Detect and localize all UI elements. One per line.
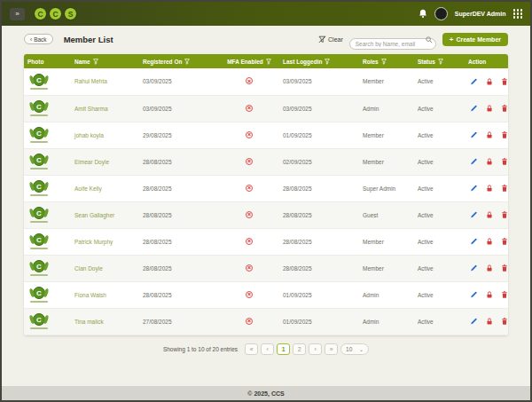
page-title: Member List: [64, 35, 113, 44]
avatar-caption: [30, 221, 48, 223]
member-name-link[interactable]: Eimear Doyle: [74, 159, 109, 165]
column-header[interactable]: Action: [465, 54, 508, 68]
member-name-link[interactable]: Fiona Walsh: [74, 292, 106, 298]
lock-icon[interactable]: [486, 184, 493, 193]
member-row: C Aoife Kelly 28/08/2025: [24, 175, 508, 201]
last-page-button[interactable]: »: [325, 343, 338, 355]
delete-icon[interactable]: [501, 264, 508, 272]
logo-letter-circle: C: [34, 7, 47, 20]
filter-icon[interactable]: [266, 59, 271, 65]
photo-cell: C: [24, 95, 71, 122]
back-button[interactable]: ‹ Back: [24, 34, 53, 44]
edit-icon[interactable]: [470, 77, 478, 86]
page-button[interactable]: 2: [293, 343, 306, 355]
page-size-select[interactable]: 10 ⌄: [340, 343, 369, 355]
lock-icon[interactable]: [486, 210, 493, 219]
member-name-link[interactable]: Aoife Kelly: [74, 185, 102, 192]
column-header[interactable]: Status: [414, 54, 465, 68]
delete-icon[interactable]: [501, 290, 508, 299]
column-header[interactable]: Name: [71, 54, 139, 68]
app-window: » C C S SuperDEV Admin ‹ Back Mem: [0, 0, 532, 402]
status-cell: Active: [414, 308, 465, 335]
first-page-button[interactable]: «: [245, 343, 258, 355]
mfa-disabled-icon: [246, 318, 253, 325]
notifications-bell-icon[interactable]: [419, 6, 427, 22]
sidebar-toggle-button[interactable]: »: [10, 8, 25, 20]
lock-icon[interactable]: [486, 237, 493, 246]
delete-icon[interactable]: [501, 184, 508, 193]
last-login-cell: 01/09/2025: [279, 122, 359, 148]
column-header[interactable]: Photo: [24, 54, 71, 68]
delete-icon[interactable]: [501, 130, 508, 139]
edit-icon[interactable]: [470, 130, 478, 139]
delete-icon[interactable]: [501, 104, 508, 113]
member-name-link[interactable]: Patrick Murphy: [74, 239, 113, 245]
filter-icon[interactable]: [184, 59, 190, 65]
user-avatar[interactable]: [434, 7, 448, 20]
apps-grid-icon[interactable]: [513, 9, 523, 19]
edit-icon[interactable]: [470, 317, 478, 326]
footer: © 2025, CCS: [2, 386, 530, 400]
edit-icon[interactable]: [470, 210, 478, 219]
column-header[interactable]: Registered On: [139, 54, 219, 68]
lock-icon[interactable]: [486, 264, 493, 272]
member-name-link[interactable]: Rahul Mehta: [74, 78, 107, 84]
edit-icon[interactable]: [470, 290, 478, 299]
last-login-cell: 28/08/2025: [279, 175, 359, 201]
edit-icon[interactable]: [470, 184, 478, 193]
registered-on-cell: 03/09/2025: [139, 95, 219, 122]
clear-filters-button[interactable]: Clear: [318, 35, 343, 43]
avatar-caption: [30, 274, 48, 276]
filter-icon[interactable]: [93, 59, 98, 65]
registered-on-cell: 27/08/2025: [139, 308, 219, 335]
plus-icon: +: [450, 35, 454, 43]
mfa-disabled-icon: [246, 131, 253, 138]
next-page-button[interactable]: ›: [309, 343, 322, 355]
member-name-link[interactable]: Tina malick: [74, 319, 104, 325]
lock-icon[interactable]: [486, 104, 493, 113]
edit-icon[interactable]: [470, 264, 478, 272]
logo-letter-circle: C: [49, 7, 62, 20]
member-avatar: C: [27, 260, 51, 276]
prev-page-button[interactable]: ‹: [261, 343, 274, 355]
lock-icon[interactable]: [486, 317, 493, 326]
member-name-link[interactable]: Sean Gallagher: [74, 212, 114, 218]
delete-icon[interactable]: [501, 237, 508, 246]
lock-icon[interactable]: [486, 290, 493, 299]
column-header[interactable]: MFA Enabled: [219, 54, 279, 68]
column-header[interactable]: Roles: [359, 54, 414, 68]
edit-icon[interactable]: [470, 104, 478, 113]
edit-icon[interactable]: [470, 157, 478, 166]
avatar-caption: [30, 141, 48, 143]
lock-icon[interactable]: [486, 77, 493, 86]
edit-icon[interactable]: [470, 237, 478, 246]
back-chevron-icon: ‹: [30, 36, 32, 43]
delete-icon[interactable]: [501, 317, 508, 326]
search-input[interactable]: [349, 38, 436, 50]
lock-icon[interactable]: [486, 157, 493, 166]
member-avatar: C: [27, 74, 51, 90]
column-header[interactable]: Last Loggedin: [279, 54, 359, 68]
page-button[interactable]: 1: [277, 343, 290, 355]
lock-icon[interactable]: [486, 130, 493, 139]
member-name-link[interactable]: johab koyla: [74, 132, 104, 138]
search-icon[interactable]: [426, 36, 433, 43]
app-logo[interactable]: C C S: [34, 7, 77, 20]
name-cell: Tina malick: [71, 308, 139, 335]
filter-icon[interactable]: [381, 59, 387, 65]
filter-icon[interactable]: [438, 59, 443, 65]
last-login-cell: 01/09/2025: [279, 308, 359, 335]
mfa-disabled-icon: [246, 211, 253, 218]
last-login-cell: 03/09/2025: [279, 68, 359, 95]
filter-icon[interactable]: [325, 59, 330, 65]
delete-icon[interactable]: [501, 210, 508, 219]
delete-icon[interactable]: [501, 77, 508, 86]
member-name-link[interactable]: Amit Sharma: [74, 106, 108, 112]
create-member-button[interactable]: + Create Member: [442, 33, 508, 46]
member-name-link[interactable]: Cian Doyle: [74, 265, 103, 272]
mfa-disabled-icon: [246, 185, 253, 192]
toolbar: ‹ Back Member List Clear: [24, 32, 508, 46]
last-login-cell: 02/09/2025: [279, 148, 359, 175]
delete-icon[interactable]: [501, 157, 508, 166]
role-cell: Admin: [359, 281, 414, 308]
